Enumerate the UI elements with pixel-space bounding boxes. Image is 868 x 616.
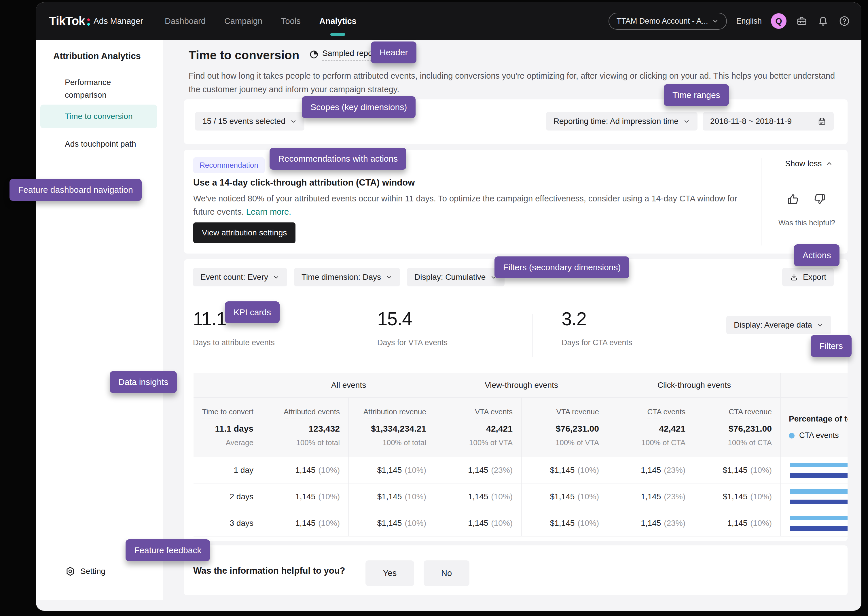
chevron-down-icon xyxy=(817,322,824,328)
table-row[interactable]: 3 days 1,145(10%) $1,145(10%) 1,145(10%)… xyxy=(194,510,848,536)
average-sub: 100% of VTA xyxy=(469,438,512,447)
events-selector[interactable]: 15 / 15 events selected xyxy=(195,112,304,130)
divider xyxy=(761,158,761,245)
display-average-label: Display: Average data xyxy=(734,321,812,330)
average-value: 123,432 xyxy=(309,424,340,434)
average-sub: 100% of total xyxy=(296,438,340,447)
sampled-report-badge[interactable]: Sampled report xyxy=(309,49,377,61)
column-header[interactable]: Attribution revenue xyxy=(363,407,426,419)
column-header[interactable]: VTA revenue xyxy=(556,407,599,419)
kpi-days-vta: 15.4 Days for VTA events xyxy=(377,308,448,347)
nav-tools[interactable]: Tools xyxy=(281,16,301,26)
language-selector[interactable]: English xyxy=(736,17,762,26)
nav-campaign[interactable]: Campaign xyxy=(224,16,262,26)
column-vta-revenue: VTA revenue $76,231.00 100% of VTA xyxy=(521,398,608,457)
feedback-yes-button[interactable]: Yes xyxy=(365,560,414,586)
callout-recommendations: Recommendations with actions xyxy=(269,148,406,170)
group-header-view-through: View-through events xyxy=(435,373,608,397)
nav-analytics[interactable]: Analytics xyxy=(320,16,357,26)
column-attribution-revenue: Attribution revenue $1,334,234.21 100% o… xyxy=(348,398,435,457)
chevron-down-icon xyxy=(385,274,393,281)
percentage-bars xyxy=(781,457,848,483)
table-cell: 1,145(10%) xyxy=(262,484,348,510)
feedback-no-button[interactable]: No xyxy=(424,560,469,586)
callout-feature-feedback: Feature feedback xyxy=(125,539,210,561)
view-attribution-settings-button[interactable]: View attribution settings xyxy=(193,222,296,243)
column-header[interactable]: Time to convert xyxy=(202,407,254,419)
notification-bell-icon[interactable] xyxy=(817,15,829,27)
chevron-down-icon xyxy=(273,274,280,281)
table-row[interactable]: 2 days 1,145(10%) $1,145(10%) 1,145(10%)… xyxy=(194,484,848,510)
column-header[interactable]: CTA revenue xyxy=(729,407,772,419)
toolbox-icon[interactable] xyxy=(796,15,808,27)
column-header[interactable]: CTA events xyxy=(647,407,685,419)
learn-more-link[interactable]: Learn more. xyxy=(246,207,291,216)
display-filter[interactable]: Display: Cumulative xyxy=(407,268,505,286)
callout-feature-dashboard-navigation: Feature dashboard navigation xyxy=(9,179,142,201)
page-title: Time to conversion xyxy=(189,49,299,62)
callout-filters-secondary: Filters (secondary dimensions) xyxy=(495,256,629,278)
callout-actions: Actions xyxy=(794,244,840,266)
show-less-toggle[interactable]: Show less xyxy=(785,159,833,168)
help-icon[interactable] xyxy=(838,15,851,27)
callout-filters: Filters xyxy=(811,335,852,357)
time-dimension-filter[interactable]: Time dimension: Days xyxy=(294,268,400,286)
average-value: 11.1 days xyxy=(215,424,254,434)
table-group-spacer xyxy=(780,373,848,397)
show-less-label: Show less xyxy=(785,159,822,168)
sidebar: Attribution Analytics Performance compar… xyxy=(36,40,163,600)
display-average-selector[interactable]: Display: Average data xyxy=(726,316,831,334)
sidebar-item-performance-comparison[interactable]: Performance comparison xyxy=(65,76,143,101)
sidebar-setting[interactable]: Setting xyxy=(65,566,105,577)
tiktok-logo[interactable]: TikTok Ads Manager xyxy=(49,2,143,40)
table-cell: 1,145(23%) xyxy=(608,457,694,483)
app-window: TikTok Ads Manager Dashboard Campaign To… xyxy=(36,2,862,611)
sidebar-active-label: Time to conversion xyxy=(65,112,133,121)
sampled-report-label: Sampled report xyxy=(322,49,377,61)
legend-label: CTA events xyxy=(799,431,839,440)
sidebar-item-ads-touchpoint-path[interactable]: Ads touchpoint path xyxy=(65,138,136,151)
callout-kpi-cards: KPI cards xyxy=(225,302,280,323)
feedback-question: Was the information helpful to you? xyxy=(193,566,345,576)
account-selector[interactable]: TTAM Demo Account - A... xyxy=(608,13,727,30)
table-cell: $1,145(10%) xyxy=(349,457,435,483)
bar-cta-events xyxy=(790,516,848,520)
average-value: $76,231.00 xyxy=(729,424,772,434)
calendar-icon xyxy=(818,117,826,126)
kpi-label: Days for VTA events xyxy=(377,338,448,347)
column-header[interactable]: VTA events xyxy=(475,407,512,419)
recommendation-title: Use a 14-day click-through attribution (… xyxy=(193,178,415,188)
data-insights-card: Event count: Every Time dimension: Days … xyxy=(184,259,848,541)
event-count-filter[interactable]: Event count: Every xyxy=(193,268,287,286)
callout-data-insights: Data insights xyxy=(110,371,177,393)
average-sub: 100% of total xyxy=(382,438,426,447)
kpi-label: Days to attribute events xyxy=(193,338,275,347)
table-cell: $1,145(10%) xyxy=(349,510,435,536)
table-subheader-row: Time to convert 11.1 days Average Attrib… xyxy=(194,398,848,457)
divider xyxy=(184,295,848,295)
column-attributed-events: Attributed events 123,432 100% of total xyxy=(262,398,348,457)
avatar[interactable]: Q xyxy=(771,13,787,29)
kpi-label: Days for CTA events xyxy=(562,338,632,347)
thumbs-up-icon[interactable] xyxy=(787,192,800,206)
thumbs-down-icon[interactable] xyxy=(813,192,826,206)
table-cell: 1,145(10%) xyxy=(262,457,348,483)
table-cell: $1,145(10%) xyxy=(694,457,780,483)
group-header-click-through: Click-through events xyxy=(608,373,780,397)
table-group-header-row: All events View-through events Click-thr… xyxy=(194,373,848,398)
average-sub: 100% of VTA xyxy=(556,438,599,447)
export-label: Export xyxy=(803,273,826,282)
average-sub: Average xyxy=(226,438,254,447)
nav-dashboard[interactable]: Dashboard xyxy=(165,16,205,26)
percentage-bars xyxy=(781,484,848,510)
reporting-time-selector[interactable]: Reporting time: Ad impression time xyxy=(546,112,697,130)
recommendation-badge: Recommendation xyxy=(193,157,265,173)
export-button[interactable]: Export xyxy=(782,268,834,286)
sidebar-item-time-to-conversion[interactable]: Time to conversion xyxy=(40,105,157,128)
date-range-picker[interactable]: 2018-11-8 ~ 2018-11-9 xyxy=(703,112,834,130)
chevron-down-icon xyxy=(290,118,297,125)
page-description: Find out how long it takes people to per… xyxy=(189,69,842,96)
table-row[interactable]: 1 day 1,145(10%) $1,145(10%) 1,145(23%) … xyxy=(194,457,848,484)
column-header[interactable]: Attributed events xyxy=(284,407,340,419)
table-cell: $1,145(10%) xyxy=(522,510,608,536)
